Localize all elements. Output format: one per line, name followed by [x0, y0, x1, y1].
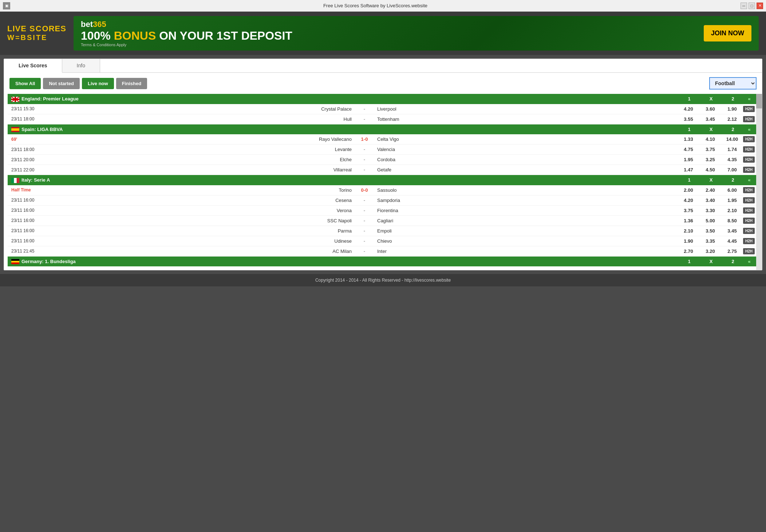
banner-terms: Terms & Conditions Apply — [81, 43, 292, 47]
logo-line2: W=BSITE — [7, 33, 66, 42]
window-icon: ▣ — [3, 2, 10, 9]
match-home-team: Levante — [51, 147, 355, 152]
table-row: 23/11 21:45 AC Milan - Inter 2.70 3.20 2… — [8, 246, 758, 257]
title-bar-controls: ─ □ ✕ — [741, 3, 763, 9]
league-collapse-btn[interactable]: « — [744, 177, 755, 183]
tab-info[interactable]: Info — [62, 59, 100, 72]
match-odd2: 14.00 — [721, 136, 743, 142]
h2h-button[interactable]: H2H — [743, 116, 755, 122]
col-header-1: 1 — [678, 177, 700, 183]
match-odd2: 4.35 — [721, 157, 743, 162]
table-row: 23/11 16:00 Udinese - Chievo 1.90 3.35 4… — [8, 236, 758, 246]
banner-join-button[interactable]: JOIN NOW — [704, 25, 751, 41]
match-odd1: 3.55 — [678, 116, 699, 122]
h2h-button[interactable]: H2H — [743, 248, 755, 254]
sport-select-wrapper: Football Basketball Tennis Hockey — [709, 77, 757, 90]
match-oddx: 3.60 — [699, 106, 721, 112]
h2h-button[interactable]: H2H — [743, 197, 755, 203]
match-score: - — [355, 116, 374, 122]
tab-live-scores[interactable]: Live Scores — [4, 59, 62, 73]
col-header-2: 2 — [722, 259, 744, 264]
match-oddx: 5.00 — [699, 218, 721, 223]
col-header-x: X — [700, 177, 722, 183]
h2h-button[interactable]: H2H — [743, 207, 755, 214]
h2h-button[interactable]: H2H — [743, 187, 755, 193]
match-score: 1-0 — [355, 136, 374, 142]
match-oddx: 3.75 — [699, 147, 721, 152]
match-odd1: 2.00 — [678, 187, 699, 193]
h2h-button[interactable]: H2H — [743, 156, 755, 163]
match-odd2: 8.50 — [721, 218, 743, 223]
match-away-team: Fiorentina — [374, 208, 678, 213]
league-collapse-btn[interactable]: « — [744, 127, 755, 132]
match-home-team: Cesena — [51, 198, 355, 203]
minimize-button[interactable]: ─ — [741, 3, 747, 9]
league-collapse-btn[interactable]: « — [744, 96, 755, 102]
league-name: Germany: 1. Bundesliga — [11, 259, 678, 265]
title-bar: ▣ Free Live Scores Software by LiveScore… — [0, 0, 766, 12]
score-table: England: Premier League 1 X 2 « 23/11 15… — [4, 94, 762, 270]
match-home-team: Torino — [51, 187, 355, 193]
match-time: 23/11 15:30 — [11, 106, 51, 111]
table-row: 23/11 15:30 Crystal Palace - Liverpool 4… — [8, 104, 758, 114]
match-score: - — [355, 249, 374, 254]
league-header: Italy: Serie A 1 X 2 « — [8, 175, 758, 185]
h2h-button[interactable]: H2H — [743, 146, 755, 152]
match-odd1: 2.10 — [678, 228, 699, 234]
svg-rect-8 — [11, 128, 19, 131]
match-score: - — [355, 228, 374, 234]
sport-select[interactable]: Football Basketball Tennis Hockey — [709, 77, 757, 90]
match-oddx: 4.50 — [699, 167, 721, 172]
match-oddx: 3.35 — [699, 238, 721, 244]
col-header-2: 2 — [722, 177, 744, 183]
match-home-team: AC Milan — [51, 249, 355, 254]
match-home-team: Verona — [51, 208, 355, 213]
league-collapse-btn[interactable]: « — [744, 259, 755, 264]
maximize-button[interactable]: □ — [749, 3, 755, 9]
h2h-button[interactable]: H2H — [743, 218, 755, 224]
col-header-1: 1 — [678, 127, 700, 132]
close-button[interactable]: ✕ — [757, 3, 763, 9]
finished-button[interactable]: Finished — [116, 78, 147, 89]
match-odd1: 1.33 — [678, 136, 699, 142]
match-odd2: 1.90 — [721, 106, 743, 112]
match-odd1: 1.90 — [678, 238, 699, 244]
table-row: 23/11 20:00 Elche - Cordoba 1.95 3.25 4.… — [8, 155, 758, 165]
live-now-button[interactable]: Live now — [82, 78, 114, 89]
match-odd2: 3.45 — [721, 228, 743, 234]
match-away-team: Sampdoria — [374, 198, 678, 203]
not-started-button[interactable]: Not started — [43, 78, 80, 89]
window-title: Free Live Scores Software by LiveScores.… — [10, 3, 741, 8]
col-header-1: 1 — [678, 259, 700, 264]
league-name: England: Premier League — [11, 96, 678, 102]
match-score: - — [355, 208, 374, 213]
match-time: 23/11 16:00 — [11, 218, 51, 223]
match-odd2: 4.45 — [721, 238, 743, 244]
show-all-button[interactable]: Show All — [9, 78, 41, 89]
h2h-button[interactable]: H2H — [743, 106, 755, 112]
match-time: 23/11 16:00 — [11, 228, 51, 233]
match-away-team: Cagliari — [374, 218, 678, 223]
match-time: 23/11 20:00 — [11, 157, 51, 162]
col-header-x: X — [700, 127, 722, 132]
match-time: 23/11 16:00 — [11, 198, 51, 203]
col-header-x: X — [700, 259, 722, 264]
match-oddx: 3.40 — [699, 198, 721, 203]
scrollbar-thumb[interactable] — [756, 94, 762, 108]
match-odd2: 2.75 — [721, 249, 743, 254]
h2h-button[interactable]: H2H — [743, 238, 755, 244]
h2h-button[interactable]: H2H — [743, 136, 755, 142]
match-time: 23/11 16:00 — [11, 208, 51, 213]
h2h-button[interactable]: H2H — [743, 228, 755, 234]
banner: bet365 100% BONUS ON YOUR 1ST DEPOSIT Te… — [74, 16, 759, 51]
match-score: - — [355, 198, 374, 203]
table-row: Half Time Torino 0-0 Sassuolo 2.00 2.40 … — [8, 185, 758, 195]
scrollbar-track[interactable] — [756, 94, 762, 270]
match-oddx: 3.25 — [699, 157, 721, 162]
col-header-2: 2 — [722, 127, 744, 132]
match-score: 0-0 — [355, 187, 374, 193]
h2h-button[interactable]: H2H — [743, 167, 755, 173]
match-away-team: Liverpool — [374, 106, 678, 112]
table-wrapper: England: Premier League 1 X 2 « 23/11 15… — [4, 94, 762, 270]
match-odd2: 1.95 — [721, 198, 743, 203]
